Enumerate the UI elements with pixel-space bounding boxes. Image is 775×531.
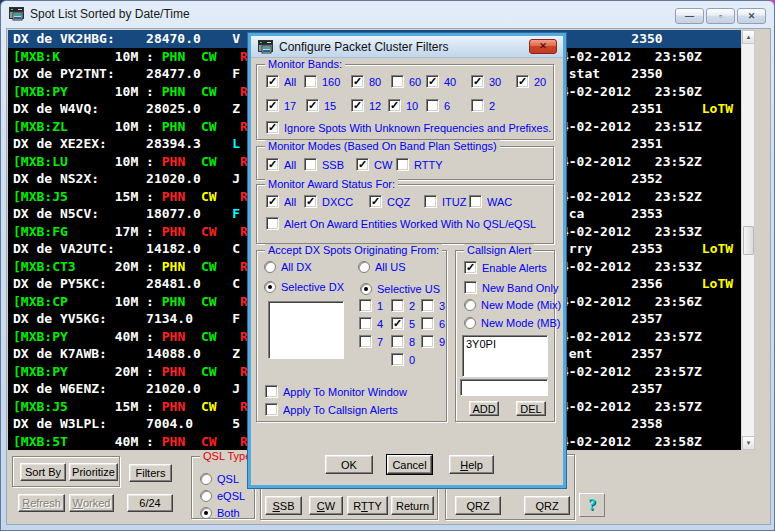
radio-box[interactable] — [264, 261, 276, 273]
checkbox-17[interactable]: ✓17 — [266, 99, 296, 112]
checkbox-apply-to-callsign-alerts[interactable]: Apply To Callsign Alerts — [265, 403, 398, 416]
checkbox-box[interactable]: ✓ — [266, 99, 279, 112]
checkbox-80[interactable]: ✓80 — [351, 75, 381, 88]
checkbox-0[interactable]: 0 — [391, 353, 415, 366]
checkbox-box[interactable]: ✓ — [356, 158, 369, 171]
checkbox-cqz[interactable]: ✓CQZ — [369, 195, 410, 208]
checkbox-all[interactable]: ✓All — [266, 195, 296, 208]
ok-button[interactable]: OK — [325, 455, 373, 474]
checkbox-box[interactable] — [421, 299, 434, 312]
radio-all-us[interactable]: All US — [358, 261, 406, 273]
scroll-thumb[interactable] — [743, 226, 754, 255]
radio-box[interactable] — [358, 261, 370, 273]
maximize-button[interactable]: ▫ — [706, 8, 735, 24]
checkbox-box[interactable] — [471, 99, 484, 112]
close-button[interactable]: ✕ — [737, 8, 766, 24]
checkbox-wac[interactable]: WAC — [469, 195, 512, 208]
worked-button[interactable]: Worked — [69, 494, 114, 512]
ssb-button[interactable]: SSB — [265, 496, 302, 515]
checkbox-20[interactable]: ✓20 — [516, 75, 546, 88]
checkbox-box[interactable]: ✓ — [369, 195, 382, 208]
radio-new-mode-mb-[interactable]: New Mode (MB) — [464, 317, 560, 329]
radio-box[interactable] — [464, 317, 476, 329]
checkbox-box[interactable] — [391, 353, 404, 366]
checkbox-box[interactable] — [265, 385, 278, 398]
radio-selective-us[interactable]: Selective US — [360, 283, 440, 295]
checkbox-cw[interactable]: ✓CW — [356, 158, 392, 171]
checkbox-5[interactable]: ✓5 — [391, 317, 415, 330]
checkbox-box[interactable] — [359, 299, 372, 312]
qrz-button-2[interactable]: QRZ — [524, 496, 570, 515]
checkbox-1[interactable]: 1 — [359, 299, 383, 312]
checkbox-box[interactable]: ✓ — [426, 75, 439, 88]
checkbox-ignore-spots-with-unknown-frequencies-and-prefixes-[interactable]: ✓Ignore Spots With Unknown Frequencies a… — [266, 121, 551, 134]
checkbox-box[interactable] — [304, 158, 317, 171]
radio-eqsl[interactable]: eQSL — [200, 490, 245, 502]
sort-by-button[interactable]: Sort By — [20, 463, 66, 481]
refresh-button[interactable]: Refresh — [18, 494, 65, 512]
checkbox-box[interactable] — [391, 335, 404, 348]
callsign-list-item[interactable]: 3Y0PI — [466, 338, 496, 350]
scrollbar[interactable]: ▲ ▼ — [741, 30, 754, 450]
checkbox-box[interactable]: ✓ — [306, 99, 319, 112]
checkbox-box[interactable] — [396, 158, 409, 171]
checkbox-7[interactable]: 7 — [359, 335, 383, 348]
radio-new-mode-mix-[interactable]: New Mode (Mix) — [464, 299, 561, 311]
radio-box[interactable] — [264, 281, 276, 293]
prioritize-button[interactable]: Prioritize — [69, 463, 118, 481]
help-icon[interactable]: ? — [579, 493, 605, 517]
qrz-button-1[interactable]: QRZ — [455, 496, 501, 515]
scroll-down-icon[interactable]: ▼ — [742, 436, 755, 450]
dialog-close-button[interactable]: ✕ — [529, 39, 557, 54]
checkbox-box[interactable] — [266, 217, 279, 230]
checkbox-dxcc[interactable]: ✓DXCC — [304, 195, 353, 208]
cw-button[interactable]: CW — [309, 496, 343, 515]
radio-box[interactable] — [200, 473, 212, 485]
checkbox-rtty[interactable]: RTTY — [396, 158, 443, 171]
checkbox-box[interactable] — [359, 317, 372, 330]
selective-dx-listbox[interactable] — [268, 301, 344, 359]
checkbox-2[interactable]: 2 — [391, 299, 415, 312]
checkbox-6[interactable]: 6 — [426, 99, 450, 112]
checkbox-box[interactable] — [421, 317, 434, 330]
radio-box[interactable] — [200, 490, 212, 502]
checkbox-box[interactable]: ✓ — [351, 75, 364, 88]
checkbox-160[interactable]: 160 — [304, 75, 340, 88]
radio-box[interactable] — [360, 283, 372, 295]
checkbox-ssb[interactable]: SSB — [304, 158, 344, 171]
checkbox-all[interactable]: ✓All — [266, 75, 296, 88]
add-button[interactable]: ADD — [469, 401, 499, 416]
checkbox-box[interactable] — [391, 75, 404, 88]
callsign-listbox[interactable]: 3Y0PI — [462, 335, 548, 377]
checkbox-box[interactable]: ✓ — [516, 75, 529, 88]
checkbox-box[interactable] — [265, 403, 278, 416]
checkbox-box[interactable]: ✓ — [388, 99, 401, 112]
checkbox-box[interactable] — [304, 75, 317, 88]
radio-box[interactable] — [200, 507, 212, 519]
checkbox-9[interactable]: 9 — [421, 335, 445, 348]
checkbox-new-band-only[interactable]: New Band Only — [464, 281, 558, 294]
minimize-button[interactable]: — — [675, 8, 704, 24]
checkbox-3[interactable]: 3 — [421, 299, 445, 312]
checkbox-box[interactable]: ✓ — [266, 158, 279, 171]
checkbox-60[interactable]: 60 — [391, 75, 421, 88]
filters-button[interactable]: Filters — [129, 464, 172, 482]
dialog-titlebar[interactable]: Configure Packet Cluster Filters ✕ — [251, 36, 563, 58]
checkbox-12[interactable]: ✓12 — [351, 99, 381, 112]
radio-selective-dx[interactable]: Selective DX — [264, 281, 344, 293]
checkbox-4[interactable]: 4 — [359, 317, 383, 330]
radio-all-dx[interactable]: All DX — [264, 261, 312, 273]
radio-both[interactable]: Both — [200, 507, 240, 519]
callsign-input[interactable] — [460, 379, 548, 396]
checkbox-apply-to-monitor-window[interactable]: Apply To Monitor Window — [265, 385, 407, 398]
checkbox-box[interactable]: ✓ — [266, 195, 279, 208]
checkbox-enable-alerts[interactable]: ✓Enable Alerts — [464, 261, 547, 274]
checkbox-box[interactable]: ✓ — [304, 195, 317, 208]
return-button[interactable]: Return — [391, 496, 434, 515]
del-button[interactable]: DEL — [516, 401, 546, 416]
ratio-button[interactable]: 6/24 — [127, 494, 173, 512]
checkbox-box[interactable]: ✓ — [266, 75, 279, 88]
checkbox-2[interactable]: 2 — [471, 99, 495, 112]
help-button[interactable]: Help — [449, 455, 494, 474]
checkbox-ituz[interactable]: ITUZ — [424, 195, 466, 208]
